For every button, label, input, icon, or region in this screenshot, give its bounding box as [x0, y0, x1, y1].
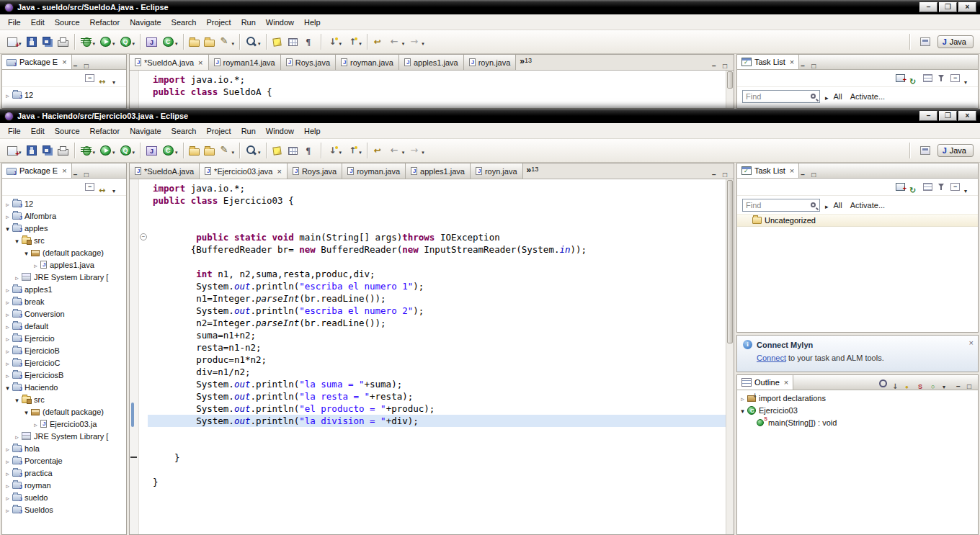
hide-non-public-icon[interactable]	[930, 379, 939, 387]
editor-tab-roys-java[interactable]: Roys.java	[288, 163, 342, 179]
code-line[interactable]	[148, 219, 726, 231]
expand-arrow-icon[interactable]	[4, 199, 12, 208]
back-button[interactable]	[387, 33, 407, 51]
task-list-tab[interactable]: Task List	[737, 55, 799, 69]
tree-item-12[interactable]: 12	[2, 197, 126, 210]
new-class-button[interactable]	[160, 33, 180, 51]
tab-overflow-chevron[interactable]: 13	[523, 163, 543, 179]
tree-item-ejercicioc[interactable]: EjercicioC	[2, 356, 126, 369]
hide-fields-icon[interactable]	[904, 379, 913, 387]
menu-window[interactable]: Window	[261, 125, 299, 138]
print-button[interactable]	[55, 33, 71, 51]
collapse-all-icon[interactable]	[950, 74, 960, 82]
view-menu-icon[interactable]	[964, 183, 974, 191]
search-button[interactable]	[243, 142, 263, 160]
new-task-icon[interactable]	[896, 183, 905, 191]
filter-icon[interactable]	[937, 183, 946, 191]
save-button[interactable]	[24, 142, 40, 160]
expand-arrow-icon[interactable]	[4, 359, 12, 367]
tree-item-src[interactable]: src	[2, 234, 126, 246]
expand-arrow-icon[interactable]	[4, 285, 12, 294]
activate-link[interactable]: Activate...	[850, 201, 885, 210]
prev-annotation-button[interactable]	[344, 142, 364, 160]
run-button[interactable]	[97, 142, 117, 160]
close-tab-icon[interactable]	[275, 167, 281, 176]
menu-refactor[interactable]: Refactor	[85, 16, 125, 29]
expand-arrow-icon[interactable]	[4, 334, 12, 343]
expand-arrow-icon[interactable]	[739, 394, 747, 403]
collapse-arrow-icon[interactable]	[22, 248, 30, 257]
run-button[interactable]	[97, 33, 117, 51]
maximize-view-icon[interactable]	[967, 379, 974, 387]
filter-icon[interactable]	[937, 74, 946, 82]
tree-item-sueldos[interactable]: Sueldos	[2, 503, 126, 516]
forward-button[interactable]	[406, 33, 427, 51]
minimize-button[interactable]	[919, 111, 937, 121]
menu-edit[interactable]: Edit	[26, 125, 50, 138]
open-task-button[interactable]	[187, 142, 202, 160]
expand-arrow-icon[interactable]	[4, 310, 12, 318]
tree-item-12[interactable]: 12	[2, 89, 126, 101]
maximize-button[interactable]	[939, 2, 957, 12]
collapse-arrow-icon[interactable]	[4, 383, 12, 392]
open-task-button[interactable]	[187, 33, 202, 51]
tree-item-jre-system-library[interactable]: JRE System Library [	[2, 271, 126, 283]
code-line[interactable]	[148, 207, 726, 219]
expand-arrow-icon[interactable]	[4, 444, 12, 453]
close-view-icon[interactable]	[61, 166, 66, 175]
code-line[interactable]: System.out.println("la resta = "+resta);	[148, 390, 726, 403]
sync-icon[interactable]	[909, 74, 919, 82]
code-line[interactable]: public static void main(String[] args)th…	[148, 231, 726, 243]
view-menu-icon[interactable]	[964, 74, 974, 82]
java-perspective-button[interactable]: Java	[937, 35, 974, 48]
debug-button[interactable]	[78, 33, 98, 51]
new-task-icon[interactable]	[896, 74, 905, 82]
tree-item-src[interactable]: src	[2, 393, 126, 405]
tree-item-main-string-void[interactable]: main(String[]) : void	[737, 416, 978, 428]
print-button[interactable]	[55, 142, 71, 160]
close-view-icon[interactable]	[788, 58, 794, 66]
minimize-button[interactable]	[919, 2, 937, 12]
expand-arrow-icon[interactable]	[4, 481, 12, 490]
editor-tab-royman-java[interactable]: royman.java	[342, 163, 406, 179]
editor-tab-royman14-java[interactable]: royman14.java	[209, 55, 281, 70]
close-view-icon[interactable]	[783, 378, 788, 387]
minimize-view-icon[interactable]	[801, 167, 808, 175]
collapse-arrow-icon[interactable]	[4, 224, 12, 233]
scrollbar-thumb[interactable]	[727, 180, 733, 343]
expand-arrow-icon[interactable]	[4, 212, 12, 220]
editor-tab-ejercicio03-java[interactable]: *Ejercicio03.java	[200, 163, 288, 179]
titlebar[interactable]: Java - sueldo/src/SueldoA.java - Eclipse	[0, 0, 980, 14]
titlebar[interactable]: Java - Haciendo/src/Ejercicio03.java - E…	[0, 109, 980, 123]
tree-item-apples[interactable]: apples	[2, 222, 126, 234]
find-input[interactable]: Find	[742, 199, 820, 212]
tree-item-conversion[interactable]: Conversion	[2, 307, 126, 320]
code-line[interactable]	[148, 256, 726, 268]
external-tools-button[interactable]	[117, 142, 138, 160]
next-annotation-button[interactable]	[324, 33, 344, 51]
last-edit-location-button[interactable]	[370, 33, 387, 51]
tree-item-sueldo[interactable]: sueldo	[2, 491, 126, 503]
uncategorized-category[interactable]: Uncategorized	[737, 214, 978, 227]
tree-item-ejerciciosb[interactable]: EjerciciosB	[2, 369, 126, 381]
menu-window[interactable]: Window	[261, 16, 299, 29]
tree-item-practica[interactable]: practica	[2, 467, 126, 479]
tree-item-ejercicio[interactable]: Ejercicio	[2, 332, 126, 344]
collapse-arrow-icon[interactable]	[22, 408, 30, 416]
editor-tab-sueldoa-java[interactable]: *SueldoA.java	[130, 163, 200, 179]
code-line[interactable]: import java.io.*;	[148, 182, 726, 194]
categorized-icon[interactable]	[923, 183, 932, 191]
mark-occurrences-button[interactable]	[270, 142, 285, 160]
next-annotation-button[interactable]	[324, 142, 344, 160]
outline-tab[interactable]: Outline	[737, 375, 793, 390]
expand-filter-icon[interactable]	[825, 199, 829, 212]
code-line[interactable]: resta=n1-n2;	[148, 341, 726, 354]
tree-item-default-package[interactable]: (default package)	[2, 405, 126, 418]
code-line[interactable]: System.out.println("escriba el numero 1"…	[148, 280, 726, 292]
editor-scrollbar[interactable]	[726, 71, 734, 108]
sync-icon[interactable]	[909, 183, 919, 191]
view-menu-icon[interactable]	[112, 183, 122, 191]
editor-scrollbar[interactable]	[726, 179, 734, 534]
expand-filter-icon[interactable]	[825, 90, 829, 103]
menu-refactor[interactable]: Refactor	[85, 125, 125, 138]
